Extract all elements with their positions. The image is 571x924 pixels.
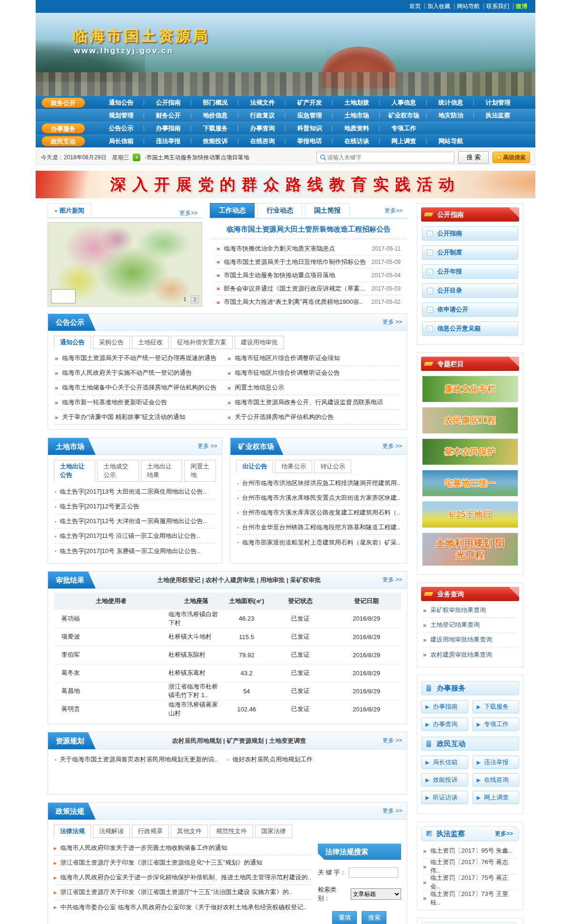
topic-banner[interactable]: 土地利用规划 阳光工程 [422,533,518,566]
news-tab[interactable]: 行业动态 [257,203,302,218]
interaction-button[interactable]: ▶ 效能投诉 [421,773,468,787]
nav-link[interactable]: 通知公告 [98,98,145,107]
land-market-tab[interactable]: 闲置土地 [184,460,216,482]
service-button[interactable]: ▶ 办事指南 [421,700,468,713]
nav-link[interactable]: 人事信息 [380,98,427,107]
pagination-button[interactable]: 2 [191,295,199,303]
notice-item[interactable]: » 关于公开选择房地产评估机构的公告 [227,410,400,425]
business-query-item[interactable]: » 农村建房审批结果查询 [423,647,517,662]
service-button[interactable]: ▶ 专项工作 [473,718,520,731]
policy-item[interactable]: ▸ 临海市人民政府印发关于进一步完善土地收购储备工作的通知 [54,841,311,856]
land-market-item[interactable]: · 临土告字[2017]12号更正公告 [55,499,215,514]
photo-news-map-image[interactable]: 12 [48,222,202,307]
nav-link[interactable]: 土地市场 [333,111,380,120]
land-market-item[interactable]: · 临土告字[2017]13号 大田街道二宗商住用地出让公告.. [55,485,215,499]
nav-link[interactable]: 财务公开 [145,111,192,120]
notice-item[interactable]: » 临海市国土资源局关于不动产统一登记办理再提速的通告 [55,351,227,366]
nav-link[interactable]: 在线咨询 [239,137,286,146]
news-tab[interactable]: 工作动态 [210,203,255,218]
planning-category-links[interactable]: 农村居民用地规划 | 矿产资源规划 | 土地变更调查 [96,737,383,745]
nav-category-banshi[interactable]: 办事服务 [41,123,85,134]
nav-link[interactable]: 科普知识 [286,124,333,133]
land-market-tab[interactable]: 土地出让结果 [141,460,182,482]
nav-link[interactable]: 网站导航 [427,137,474,146]
approval-category-links[interactable]: 土地使用权登记 | 农村个人建房审批 | 用地审批 | 采矿权审批 [96,576,383,584]
business-query-item[interactable]: » 建设用地审批结果查询 [423,632,517,647]
news-ticker[interactable]: ·市国土局主动服务加快推动重点项目落地 [144,154,316,162]
nav-category-zhengmin[interactable]: 政民互动 [41,136,85,146]
mining-market-item[interactable]: · 台州市临海市方溪水库库区公路改复建工程建筑用石料（.. [237,506,400,520]
topbar-link[interactable]: 微博 [512,2,531,10]
search-button[interactable]: 搜 索 [458,151,489,164]
nav-link[interactable]: 规划管理 [98,111,145,120]
enforcement-more-link[interactable]: 更多>> [495,830,513,838]
interaction-button[interactable]: ▶ 在线咨询 [473,773,520,787]
news-tab[interactable]: 国土简报 [305,203,350,218]
search-input[interactable] [327,154,451,161]
policy-tab[interactable]: 行政规章 [132,825,169,838]
nav-link[interactable]: 举报电话 [286,137,333,146]
nav-link[interactable]: 地质资料 [333,124,380,133]
topic-banner[interactable]: 宅基地三统一 [422,470,518,496]
topbar-link[interactable]: 网站导航 [453,2,483,10]
nav-link[interactable]: 计划管理 [474,98,522,107]
interaction-button[interactable]: ▶ 网上调查 [473,791,520,804]
policy-tab[interactable]: 其他文件 [171,825,208,838]
nav-link[interactable]: 效能投诉 [192,137,239,146]
notice-tab[interactable]: 建设用地审批 [235,336,284,349]
policy-item[interactable]: ▸ 中共临海市委办公室 临海市人民政府办公室印发《关于做好农村土地承包经营权确权… [54,900,311,914]
notice-tab[interactable]: 通知公告 [54,336,91,349]
policy-more-link[interactable]: 更多 >> [383,807,402,815]
nav-link[interactable]: 地价信息 [192,111,239,120]
nav-link[interactable]: 土地划拨 [333,98,380,107]
mining-market-item[interactable]: · 台州市临海市方溪水库移民安置点大田街道方家弄区块建.. [237,491,400,506]
policy-tab[interactable]: 规范性文件 [210,825,253,838]
notice-item[interactable]: » 关于举办“清廉中国 精彩故事”征文活动的通知 [55,410,227,425]
nav-link[interactable]: 执法监察 [474,111,522,120]
planning-item[interactable]: · 关于临海市国土资源局首页农村居民用地规划无更新的说.. [55,751,227,768]
land-market-tab[interactable]: 土地成交公示 [97,460,138,482]
advanced-search-button[interactable]: 高级搜索 [492,152,530,163]
land-market-tab[interactable]: 土地出让公告 [54,460,95,482]
topbar-link[interactable]: 加入收藏 [424,2,453,10]
law-search-button[interactable]: 搜索 [362,911,386,924]
land-market-more-link[interactable]: 更多 >> [197,442,217,450]
news-item[interactable]: » 部务会审议并通过《国土资源行政应诉规定（草案）.. 2017-05-03 [217,282,401,295]
mining-market-item[interactable]: · 临海市邵家渡街道船至村上岙建筑用石料（凝灰岩）矿采.. [237,535,400,550]
nav-category-zhengwu[interactable]: 政务公开 [41,97,85,108]
approval-more-link[interactable]: 更多 >> [383,576,402,584]
enforcement-item[interactable]: » 临土资罚〔2017〕95号 朱鑫.. [423,843,517,859]
notice-item[interactable]: » 临海市新一轮基准地价更新听证会公告 [55,395,227,410]
notice-tab[interactable]: 土地征收 [132,336,169,349]
nav-link[interactable]: 网上调查 [380,137,427,146]
notice-item[interactable]: » 临海市征地区片综合价调整听证会公告 [227,366,400,380]
topbar-link[interactable]: 联系我们 [483,2,512,10]
policy-tab[interactable]: 法规解读 [93,825,130,838]
reset-button[interactable]: 重填 [332,911,357,924]
business-query-item[interactable]: » 采矿权审批结果查询 [423,603,517,618]
enforcement-item[interactable]: » 临土资罚〔2017〕76号 蒋志伟.. [423,859,517,875]
enforcement-item[interactable]: » 临土资罚〔2017〕75号 蒋正会.. [423,875,517,890]
mining-market-item[interactable]: · 台州市临海市洪池区块排洪应急工程排洪隧洞开挖建筑用.. [237,476,400,491]
notice-item[interactable]: » 临海市土地储备中心关于公开选择房地产评估机构的公告 [55,380,227,395]
notice-tab[interactable]: 采购公告 [93,336,130,349]
nav-link[interactable]: 局长信箱 [98,137,145,146]
notice-item[interactable]: » 临海市国土资源局政务公开、行风建设监督员联系电话 [227,395,400,410]
nav-link[interactable]: 法规文件 [239,98,286,107]
topic-banner[interactable]: 6.25土地日 [422,501,518,528]
news-item[interactable]: » 市国土局主动服务加快推动重点项目落地 2017-05-04 [217,269,401,282]
land-market-item[interactable]: · 临土告字[2017]11号 沿江镇一宗工业用地出让公告.. [55,529,215,544]
nav-link[interactable]: 在线访谈 [333,137,380,146]
mining-market-tab[interactable]: 转让公示 [314,460,351,473]
news-headline-link[interactable]: 临海市国土资源局大田土管所装饰改造工程招标公告 [212,219,405,239]
open-guide-item[interactable]: ⌄ 公开指南 [422,226,518,241]
mining-market-tab[interactable]: 出让公告 [236,460,273,473]
mining-market-more-link[interactable]: 更多 >> [383,442,402,450]
nav-link[interactable]: 矿产开发 [286,98,333,107]
mining-market-tab[interactable]: 结果公示 [275,460,312,473]
topic-banner[interactable]: 基本农田保护 [422,438,518,465]
nav-link[interactable]: 行政复议 [239,111,286,120]
nav-link[interactable]: 部门概况 [192,98,239,107]
notice-more-link[interactable]: 更多 >> [383,318,402,326]
interaction-button[interactable]: ▶ 听证访谈 [421,791,468,804]
